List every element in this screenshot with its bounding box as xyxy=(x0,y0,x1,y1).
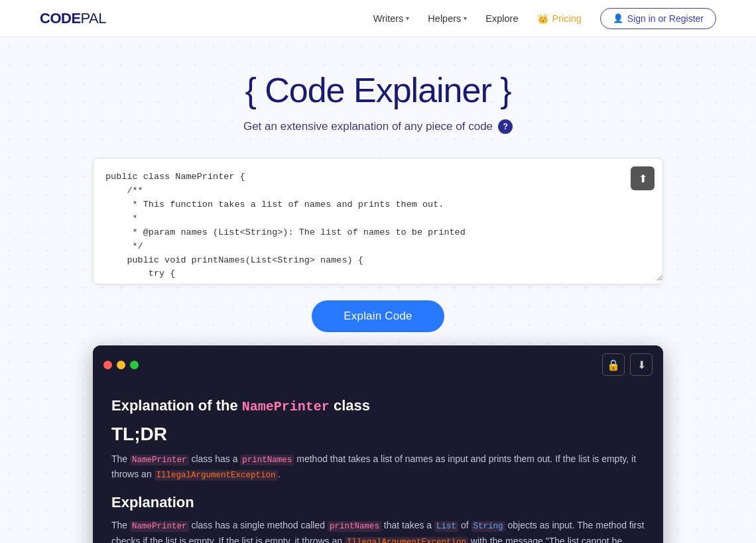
navbar: CODEPAL Writers ▾ Helpers ▾ Explore 👑 Pr… xyxy=(0,0,756,37)
explanation-section-title: Explanation xyxy=(111,494,645,511)
person-icon: 👤 xyxy=(613,13,623,23)
nav-writers-label: Writers xyxy=(373,13,404,24)
tldr-text-4: . xyxy=(278,469,281,479)
signin-label: Sign in or Register xyxy=(627,13,704,24)
heading-suffix: class xyxy=(330,397,370,414)
panel-topbar: 🔒 ⬇ xyxy=(93,345,663,384)
traffic-lights xyxy=(103,361,139,369)
upload-icon: ⬆ xyxy=(639,172,647,185)
exp-classname: NamePrinter xyxy=(130,521,189,532)
explanation-heading: Explanation of the NamePrinter class xyxy=(111,397,645,414)
logo-pal: PAL xyxy=(81,10,106,27)
heading-classname: NamePrinter xyxy=(242,399,330,414)
exp-exception: IllegalArgumentException xyxy=(345,537,468,543)
panel-content: Explanation of the NamePrinter class TL;… xyxy=(93,384,663,543)
tldr-exception: IllegalArgumentException xyxy=(155,470,278,481)
download-icon: ⬇ xyxy=(637,359,646,371)
exp-methodname: printNames xyxy=(328,521,381,532)
lock-icon: 🔒 xyxy=(607,359,620,371)
traffic-light-red[interactable] xyxy=(103,361,112,369)
nav-item-helpers[interactable]: Helpers ▾ xyxy=(428,13,467,24)
title-text: Code Explainer xyxy=(265,71,500,109)
exp-list: List xyxy=(434,521,458,532)
exp-text-1d: of xyxy=(458,520,471,530)
tldr-text-1: The xyxy=(111,453,130,464)
chevron-down-icon: ▾ xyxy=(464,15,467,22)
code-input[interactable]: public class NamePrinter { /** * This fu… xyxy=(94,158,662,281)
logo-code: CODE xyxy=(40,10,81,27)
panel-actions: 🔒 ⬇ xyxy=(602,353,653,376)
exp-string: String xyxy=(472,521,505,532)
tldr-text: The NamePrinter class has a printNames m… xyxy=(111,452,645,482)
nav-explore-label: Explore xyxy=(485,13,518,24)
exp-text-1c: that takes a xyxy=(381,520,434,530)
nav-pricing-label: Pricing xyxy=(552,13,582,24)
nav-item-writers[interactable]: Writers ▾ xyxy=(373,13,410,24)
brace-open: { xyxy=(245,71,255,109)
chevron-down-icon: ▾ xyxy=(406,15,409,22)
nav-helpers-label: Helpers xyxy=(428,13,461,24)
traffic-light-yellow[interactable] xyxy=(117,361,125,369)
tldr-methodname: printNames xyxy=(240,455,294,465)
traffic-light-green[interactable] xyxy=(130,361,139,369)
subtitle-text: Get an extensive explanation of any piec… xyxy=(243,120,493,133)
nav-item-explore[interactable]: Explore xyxy=(485,13,518,24)
page-title: { Code Explainer } xyxy=(245,70,511,110)
main-content: { Code Explainer } Get an extensive expl… xyxy=(0,37,756,543)
upload-button[interactable]: ⬆ xyxy=(631,166,655,190)
explain-button[interactable]: Explain Code xyxy=(312,300,444,332)
explanation-text-1: The NamePrinter class has a single metho… xyxy=(111,518,645,543)
tldr-text-2: class has a xyxy=(189,453,241,464)
tldr-title: TL;DR xyxy=(111,424,645,445)
heading-prefix: Explanation of the xyxy=(111,397,242,414)
lock-button[interactable]: 🔒 xyxy=(602,353,625,376)
page-subtitle: Get an extensive explanation of any piec… xyxy=(243,119,513,134)
help-icon[interactable]: ? xyxy=(498,119,513,134)
signin-button[interactable]: 👤 Sign in or Register xyxy=(600,8,716,29)
brace-close: } xyxy=(500,71,511,109)
exp-text-1b: class has a single method called xyxy=(189,520,328,530)
download-button[interactable]: ⬇ xyxy=(630,353,653,376)
tldr-classname: NamePrinter xyxy=(130,455,189,465)
crown-icon: 👑 xyxy=(537,13,548,24)
exp-text-1a: The xyxy=(111,520,130,530)
nav-item-pricing[interactable]: 👑 Pricing xyxy=(537,13,582,24)
output-panel: 🔒 ⬇ Explanation of the NamePrinter class… xyxy=(93,345,663,543)
logo[interactable]: CODEPAL xyxy=(40,10,106,27)
code-input-wrapper: public class NamePrinter { /** * This fu… xyxy=(93,158,663,284)
nav-links: Writers ▾ Helpers ▾ Explore 👑 Pricing 👤 … xyxy=(373,8,716,29)
